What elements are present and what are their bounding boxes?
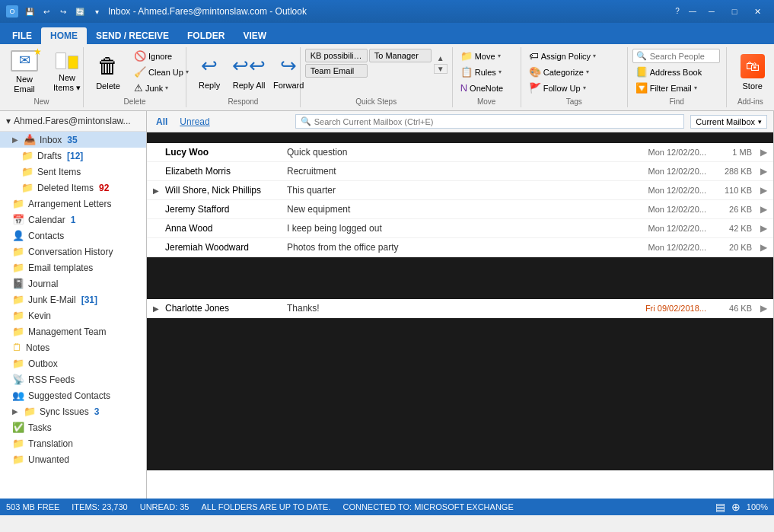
reply-all-button[interactable]: ↩↩ Reply All <box>231 49 267 96</box>
quick-steps-grid: KB possibilities To Manager Team Email <box>305 49 432 78</box>
ribbon-toggle[interactable]: — <box>686 4 699 18</box>
tab-send-receive[interactable]: SEND / RECEIVE <box>87 27 178 44</box>
find-col: 🔍 📒 Address Book 🔽 Filter Email ▾ <box>632 49 720 95</box>
qs-expand-btn[interactable]: ▼ <box>434 64 448 74</box>
search-people-box[interactable]: 🔍 <box>632 49 720 63</box>
connection-status: CONNECTED TO: MICROSOFT EXCHANGE <box>342 502 513 511</box>
sidebar-account[interactable]: ▾ Ahmed.Fares@mintonslaw... <box>0 111 146 132</box>
email-row[interactable]: ▶ Charlotte Jones Thanks! Fri 09/02/2018… <box>147 299 773 318</box>
sidebar-item-sync-issues[interactable]: ▶ 📁 Sync Issues 3 <box>0 403 146 419</box>
redo-button[interactable]: ↪ <box>56 5 70 18</box>
address-book-button[interactable]: 📒 Address Book <box>632 65 720 79</box>
search-icon: 🔍 <box>301 116 311 126</box>
tags-group-content: 🏷 Assign Policy ▾ 🎨 Categorize ▾ 🚩 Follo… <box>526 49 599 96</box>
ribbon-group-new: ✉ ★ New Email NewItems ▾ New <box>0 47 84 107</box>
email-date-3: Mon 12/02/20... <box>630 186 706 195</box>
junk-label: Junk <box>145 84 163 93</box>
sidebar-item-contacts[interactable]: 👤 Contacts <box>0 228 146 244</box>
email-subject-3: This quarter <box>287 185 630 196</box>
new-email-button[interactable]: ✉ ★ New Email <box>5 49 44 96</box>
sidebar-item-notes[interactable]: 🗒 Notes <box>0 339 146 355</box>
cleanup-button[interactable]: 🧹 Clean Up ▾ <box>131 65 192 79</box>
sent-icon: 📁 <box>21 166 33 177</box>
new-items-button[interactable]: NewItems ▾ <box>47 49 87 96</box>
search-people-input[interactable] <box>650 52 718 61</box>
sidebar-item-drafts[interactable]: 📁 Drafts [12] <box>0 148 146 164</box>
help-button[interactable]: ? <box>670 4 684 18</box>
quick-access-toolbar: 💾 ↩ ↪ 🔄 ▾ <box>23 5 104 18</box>
sidebar-item-translation[interactable]: 📁 Translation <box>0 435 146 451</box>
categorize-button[interactable]: 🎨 Categorize ▾ <box>526 65 599 79</box>
onenote-button[interactable]: N OneNote <box>457 81 506 95</box>
sidebar-item-inbox[interactable]: ▶ 📥 Inbox 35 <box>0 132 146 148</box>
ribbon-group-move: 📁 Move ▾ 📋 Rules ▾ N OneNote Move <box>453 47 521 107</box>
ribbon-group-quick-steps: KB possibilities To Manager Team Email ▲… <box>301 47 453 107</box>
inbox-expand-icon[interactable]: ▶ <box>12 135 18 144</box>
qs-team-email[interactable]: Team Email <box>305 64 368 78</box>
sidebar-item-sent[interactable]: 📁 Sent Items <box>0 164 146 180</box>
sidebar-item-conv-history[interactable]: 📁 Conversation History <box>0 244 146 260</box>
delete-button[interactable]: 🗑 Delete <box>88 49 128 96</box>
status-view-icon[interactable]: ▤ <box>715 501 725 513</box>
more-quick-access[interactable]: ▾ <box>90 5 104 18</box>
sync-badge: 3 <box>94 406 100 417</box>
email-row[interactable]: Jeremiah Woodward Photos from the office… <box>147 238 773 257</box>
sidebar-item-suggested-contacts[interactable]: 👥 Suggested Contacts <box>0 387 146 403</box>
email-row[interactable]: Elizabeth Morris Recruitment Mon 12/02/2… <box>147 162 773 181</box>
sidebar-item-rss[interactable]: 📡 RSS Feeds <box>0 371 146 387</box>
maximize-button[interactable]: □ <box>724 4 745 19</box>
sidebar-item-calendar[interactable]: 📅 Calendar 1 <box>0 212 146 228</box>
email-row[interactable]: Lucy Woo Quick question Mon 12/02/20... … <box>147 143 773 162</box>
email-row[interactable]: ▶ Will Shore, Nick Phillips This quarter… <box>147 181 773 200</box>
filter-all[interactable]: All <box>153 115 170 129</box>
email-search-box[interactable]: 🔍 <box>295 114 685 129</box>
email-row[interactable]: Anna Wood I keep being logged out Mon 12… <box>147 219 773 238</box>
sync-button[interactable]: 🔄 <box>73 5 87 18</box>
sidebar-item-journal[interactable]: 📓 Journal <box>0 276 146 291</box>
mailbox-selector[interactable]: Current Mailbox ▾ <box>690 115 767 129</box>
sidebar-item-management[interactable]: 📁 Management Team <box>0 323 146 339</box>
inbox-icon: 📥 <box>24 134 36 145</box>
undo-button[interactable]: ↩ <box>40 5 53 18</box>
email-size-4: 26 KB <box>706 205 752 214</box>
assign-policy-button[interactable]: 🏷 Assign Policy ▾ <box>526 49 599 63</box>
status-zoom-icon[interactable]: ⊕ <box>731 501 741 513</box>
email-size-5: 42 KB <box>706 224 752 233</box>
qs-scroll-up[interactable]: ▲ <box>437 54 444 62</box>
sidebar-item-unwanted[interactable]: 📁 Unwanted <box>0 451 146 467</box>
follow-up-button[interactable]: 🚩 Follow Up ▾ <box>526 81 599 95</box>
ignore-button[interactable]: 🚫 Ignore <box>131 49 192 63</box>
minimize-button[interactable]: ─ <box>701 4 722 19</box>
sidebar-item-arrangement[interactable]: 📁 Arrangement Letters <box>0 196 146 212</box>
junk-button[interactable]: ⚠ Junk ▾ <box>131 81 192 95</box>
move-button[interactable]: 📁 Move ▾ <box>457 49 506 63</box>
email-group-today-header <box>147 132 773 143</box>
sidebar-item-email-templates[interactable]: 📁 Email templates <box>0 260 146 276</box>
email-row[interactable]: Jeremy Stafford New equipment Mon 12/02/… <box>147 200 773 219</box>
rules-button[interactable]: 📋 Rules ▾ <box>457 65 506 79</box>
tab-view[interactable]: VIEW <box>234 27 276 44</box>
sidebar-item-tasks[interactable]: ✅ Tasks <box>0 419 146 435</box>
email-search-input[interactable] <box>314 117 680 126</box>
tab-file[interactable]: FILE <box>3 27 41 44</box>
tab-folder[interactable]: FOLDER <box>178 27 234 44</box>
ribbon-group-respond: ↩ Reply ↩↩ Reply All ↪ Forward Respond <box>186 47 301 107</box>
email-sender-1: Lucy Woo <box>165 147 287 158</box>
sidebar-item-kevin[interactable]: 📁 Kevin <box>0 307 146 323</box>
store-button[interactable]: 🛍 Store <box>731 49 774 96</box>
qs-kb-possibilities[interactable]: KB possibilities <box>305 49 368 62</box>
sidebar-item-outbox[interactable]: 📁 Outbox <box>0 355 146 371</box>
qs-to-manager[interactable]: To Manager <box>369 49 432 62</box>
sidebar-item-deleted[interactable]: 📁 Deleted Items 92 <box>0 180 146 196</box>
close-button[interactable]: ✕ <box>747 4 768 19</box>
email-expand-7[interactable]: ▶ <box>153 304 165 313</box>
save-button[interactable]: 💾 <box>23 5 37 18</box>
sidebar-item-junk[interactable]: 📁 Junk E-Mail [31] <box>0 291 146 307</box>
filter-unread[interactable]: Unread <box>177 115 212 129</box>
sync-expand-icon[interactable]: ▶ <box>12 407 18 416</box>
filter-email-button[interactable]: 🔽 Filter Email ▾ <box>632 81 720 95</box>
reply-button[interactable]: ↩ Reply <box>191 49 228 96</box>
email-expand-3[interactable]: ▶ <box>153 186 165 195</box>
rules-label: Rules <box>475 68 496 77</box>
tab-home[interactable]: HOME <box>41 27 87 44</box>
